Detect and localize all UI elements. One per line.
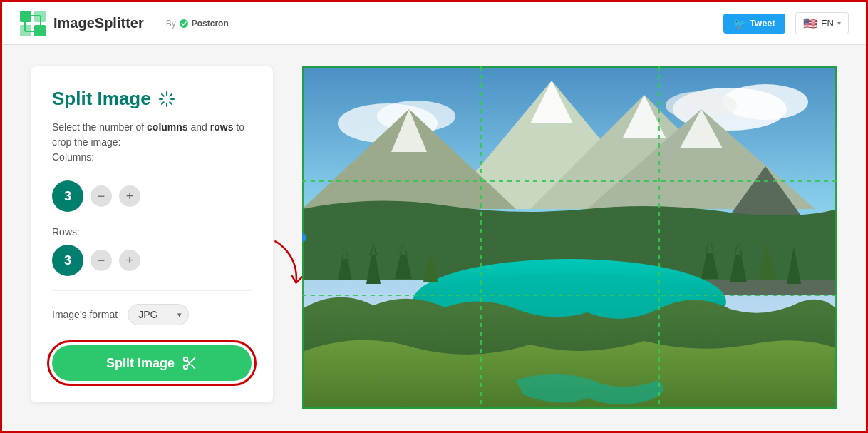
header: ImageSplitter By Postcron 🐦 Tweet 🇺🇸 EN … xyxy=(2,2,866,45)
logo-icon xyxy=(19,10,46,37)
postcron-check-icon xyxy=(179,19,189,29)
landscape-image xyxy=(302,66,837,409)
header-right: 🐦 Tweet 🇺🇸 EN ▾ xyxy=(723,12,849,34)
divider xyxy=(52,290,252,291)
language-selector[interactable]: 🇺🇸 EN ▾ xyxy=(795,12,849,34)
by-label: By xyxy=(166,19,176,29)
columns-counter: 3 − + xyxy=(52,180,252,212)
logo-title: ImageSplitter xyxy=(53,15,144,31)
columns-plus-button[interactable]: + xyxy=(119,185,140,207)
rows-keyword: rows xyxy=(210,121,234,133)
svg-line-12 xyxy=(170,93,172,96)
format-label: Image's format xyxy=(52,309,118,320)
panel-description: Select the number of columns and rows to… xyxy=(52,120,252,165)
svg-line-17 xyxy=(191,365,195,368)
header-left: ImageSplitter By Postcron xyxy=(19,10,229,37)
flag-icon: 🇺🇸 xyxy=(803,16,817,30)
rows-counter: 3 − + xyxy=(52,245,252,276)
lang-label: EN xyxy=(821,18,834,29)
loading-icon xyxy=(158,91,175,108)
scissors-icon xyxy=(182,355,197,371)
main-content: Split Image Select the number of columns… xyxy=(2,45,866,430)
chevron-down-icon: ▾ xyxy=(837,19,841,27)
tweet-button[interactable]: 🐦 Tweet xyxy=(723,14,785,34)
rows-minus-button[interactable]: − xyxy=(91,250,112,271)
panel-title: Split Image xyxy=(52,88,252,110)
image-preview xyxy=(302,66,837,409)
postcron-label: Postcron xyxy=(192,19,229,29)
right-panel xyxy=(301,66,837,409)
split-button-label: Split Image xyxy=(106,356,175,371)
rows-value: 3 xyxy=(52,245,83,276)
svg-line-11 xyxy=(170,102,172,104)
format-select[interactable]: JPG PNG WEBP xyxy=(128,304,189,325)
format-select-wrapper[interactable]: JPG PNG WEBP xyxy=(128,304,189,325)
panel-title-text: Split Image xyxy=(52,88,151,110)
format-row: Image's format JPG PNG WEBP xyxy=(52,304,252,325)
columns-minus-button[interactable]: − xyxy=(91,185,112,207)
rows-plus-button[interactable]: + xyxy=(119,250,140,271)
svg-line-18 xyxy=(187,360,190,363)
split-image-button[interactable]: Split Image xyxy=(52,345,252,381)
svg-line-13 xyxy=(162,102,164,104)
columns-keyword: columns xyxy=(147,121,188,133)
twitter-icon: 🐦 xyxy=(733,18,745,29)
columns-label: Columns: xyxy=(52,151,94,163)
rows-label: Rows: xyxy=(52,226,252,238)
by-postcron: By Postcron xyxy=(157,19,229,29)
tweet-label: Tweet xyxy=(750,18,775,29)
svg-line-10 xyxy=(162,93,164,96)
left-panel: Split Image Select the number of columns… xyxy=(31,66,273,402)
columns-value: 3 xyxy=(52,180,83,212)
